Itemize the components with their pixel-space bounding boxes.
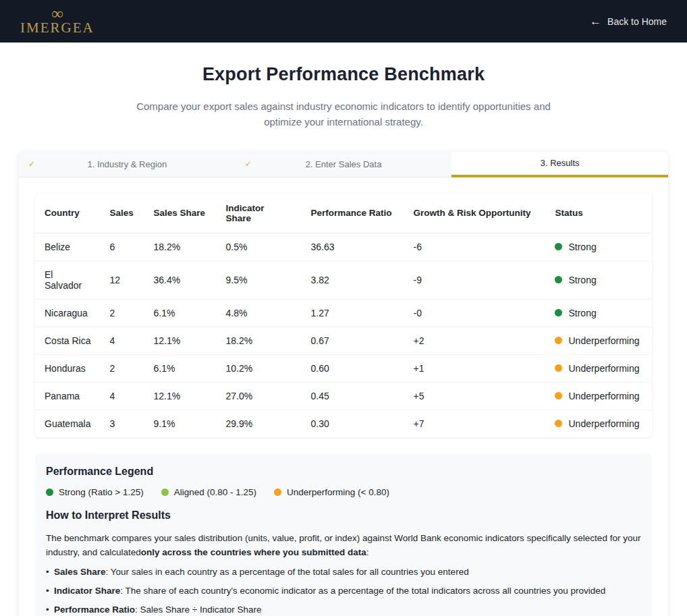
cell-ratio: 3.82 xyxy=(301,260,404,299)
cell-country: Nicaragua xyxy=(35,299,100,327)
cell-sales-share: 12.1% xyxy=(144,327,216,354)
cell-indicator-share: 4.8% xyxy=(216,299,301,327)
cell-indicator-share: 29.9% xyxy=(216,410,301,437)
cell-sales-share: 12.1% xyxy=(144,382,216,410)
check-icon: ✓ xyxy=(245,159,252,169)
back-link-label: Back to Home xyxy=(607,16,667,27)
cell-indicator-share: 10.2% xyxy=(216,354,301,382)
results-panel: Country Sales Sales Share Indicator Shar… xyxy=(19,177,668,616)
cell-growth-risk: -6 xyxy=(404,233,545,260)
cell-status: Underperforming xyxy=(545,327,652,354)
cell-status: Strong xyxy=(545,260,652,299)
results-table-card: Country Sales Sales Share Indicator Shar… xyxy=(35,194,652,437)
brand-logo[interactable]: ∞ IMERGEA xyxy=(20,7,94,36)
status-dot-icon xyxy=(555,276,562,283)
back-arrow-icon: ← xyxy=(590,16,601,27)
cell-sales-share: 9.1% xyxy=(144,410,216,437)
col-header-status: Status xyxy=(545,194,652,233)
back-to-home-link[interactable]: ← Back to Home xyxy=(590,16,667,27)
cell-ratio: 0.67 xyxy=(301,327,404,354)
cell-sales-share: 36.4% xyxy=(144,260,216,299)
col-header-growth-risk: Growth & Risk Opportunity xyxy=(404,194,545,233)
legend-item-underperforming: Underperforming (< 0.80) xyxy=(274,487,389,497)
cell-growth-risk: +2 xyxy=(404,327,545,354)
interpret-bullets: Sales Share: Your sales in each country … xyxy=(46,565,641,616)
table-header-row: Country Sales Sales Share Indicator Shar… xyxy=(35,194,652,233)
page-subtitle: Compare your export sales against indust… xyxy=(121,99,566,130)
interpret-title: How to Interpret Results xyxy=(46,509,641,522)
page-intro: Export Performance Benchmark Compare you… xyxy=(0,43,687,130)
brand-name: IMERGEA xyxy=(20,20,94,36)
performance-legend-card: Performance Legend Strong (Ratio > 1.25)… xyxy=(35,453,652,616)
intro-bold: only across the countries where you subm… xyxy=(141,547,366,557)
table-row: Panama 4 12.1% 27.0% 0.45 +5 Underperfor… xyxy=(35,382,652,410)
tab-industry-region[interactable]: ✓ 1. Industry & Region xyxy=(19,152,236,177)
status-dot-icon xyxy=(555,420,562,427)
table-row: Belize 6 18.2% 0.5% 36.63 -6 Strong xyxy=(35,233,652,260)
cell-sales: 2 xyxy=(100,354,144,382)
table-row: El Salvador 12 36.4% 9.5% 3.82 -9 Strong xyxy=(35,260,652,299)
underperforming-dot-icon xyxy=(274,488,281,496)
cell-growth-risk: +5 xyxy=(404,382,545,410)
legend-label: Aligned (0.80 - 1.25) xyxy=(174,487,256,497)
bullet-performance-ratio: Performance Ratio: Sales Share ÷ Indicat… xyxy=(46,603,641,616)
cell-growth-risk: +7 xyxy=(404,410,545,437)
page-title: Export Performance Benchmark xyxy=(0,64,687,85)
table-row: Costa Rica 4 12.1% 18.2% 0.67 +2 Underpe… xyxy=(35,327,652,354)
col-header-performance-ratio: Performance Ratio xyxy=(301,194,404,233)
cell-sales-share: 6.1% xyxy=(144,299,216,327)
cell-growth-risk: -9 xyxy=(404,260,545,299)
cell-country: Costa Rica xyxy=(35,327,100,354)
table-row: Guatemala 3 9.1% 29.9% 0.30 +7 Underperf… xyxy=(35,410,652,437)
status-label: Underperforming xyxy=(568,335,639,346)
table-row: Nicaragua 2 6.1% 4.8% 1.27 -0 Strong xyxy=(35,299,652,327)
cell-status: Strong xyxy=(545,299,652,327)
col-header-indicator-share: Indicator Share xyxy=(216,194,301,233)
bullet-desc: : Sales Share ÷ Indicator Share xyxy=(135,605,262,615)
cell-status: Strong xyxy=(545,233,652,260)
cell-country: El Salvador xyxy=(35,260,100,299)
table-row: Honduras 2 6.1% 10.2% 0.60 +1 Underperfo… xyxy=(35,354,652,382)
legend-label: Strong (Ratio > 1.25) xyxy=(59,487,144,497)
infinity-logo-icon: ∞ xyxy=(51,7,63,20)
benchmark-card: ✓ 1. Industry & Region ✓ 2. Enter Sales … xyxy=(19,152,668,616)
cell-status: Underperforming xyxy=(545,354,652,382)
bullet-term: Sales Share xyxy=(54,567,106,577)
cell-ratio: 1.27 xyxy=(301,299,404,327)
status-label: Strong xyxy=(568,242,596,252)
cell-status: Underperforming xyxy=(545,410,652,437)
step-tabs: ✓ 1. Industry & Region ✓ 2. Enter Sales … xyxy=(19,152,668,177)
status-dot-icon xyxy=(555,337,562,344)
cell-country: Guatemala xyxy=(35,410,100,437)
legend-items: Strong (Ratio > 1.25) Aligned (0.80 - 1.… xyxy=(46,487,641,497)
cell-sales: 12 xyxy=(100,260,144,299)
tab-results[interactable]: 3. Results xyxy=(451,152,668,177)
cell-sales-share: 6.1% xyxy=(144,354,216,382)
status-label: Underperforming xyxy=(568,391,639,401)
intro-suffix: : xyxy=(366,547,369,557)
cell-country: Belize xyxy=(35,233,100,260)
status-dot-icon xyxy=(555,392,562,399)
results-table: Country Sales Sales Share Indicator Shar… xyxy=(35,194,652,437)
tab-label: 1. Industry & Region xyxy=(87,159,167,169)
status-dot-icon xyxy=(555,364,562,372)
bullet-sales-share: Sales Share: Your sales in each country … xyxy=(46,565,641,580)
tab-enter-sales-data[interactable]: ✓ 2. Enter Sales Data xyxy=(236,152,452,177)
col-header-country: Country xyxy=(35,194,100,233)
status-label: Strong xyxy=(568,275,596,285)
bullet-term: Performance Ratio xyxy=(54,605,135,615)
cell-sales: 6 xyxy=(100,233,144,260)
legend-label: Underperforming (< 0.80) xyxy=(287,487,389,497)
interpret-intro: The benchmark compares your sales distri… xyxy=(46,531,641,561)
cell-sales: 3 xyxy=(100,410,144,437)
bullet-desc: : Your sales in each country as a percen… xyxy=(106,567,469,577)
cell-ratio: 0.30 xyxy=(301,410,404,437)
cell-sales: 4 xyxy=(100,327,144,354)
legend-title: Performance Legend xyxy=(46,466,641,478)
strong-dot-icon xyxy=(46,488,53,496)
bullet-indicator-share: Indicator Share: The share of each count… xyxy=(46,584,641,598)
cell-country: Honduras xyxy=(35,354,100,382)
cell-indicator-share: 27.0% xyxy=(216,382,301,410)
cell-indicator-share: 18.2% xyxy=(216,327,301,354)
cell-indicator-share: 9.5% xyxy=(216,260,301,299)
